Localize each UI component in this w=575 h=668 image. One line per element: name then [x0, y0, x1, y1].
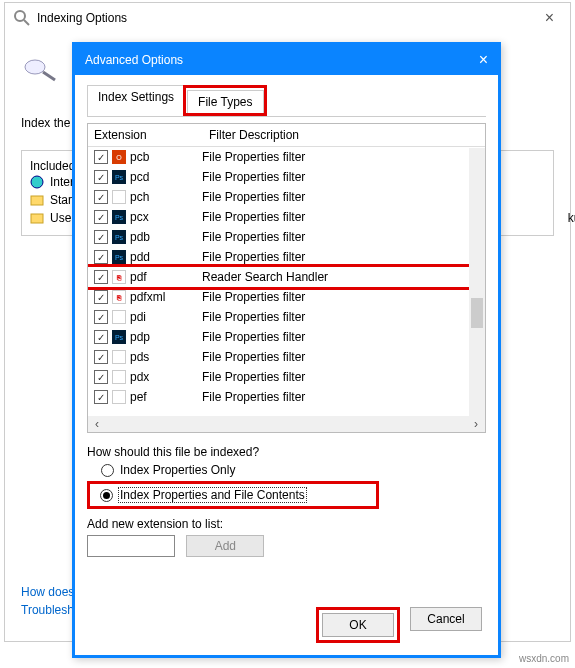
ext-label: pef: [130, 390, 202, 404]
svg-line-3: [43, 72, 55, 80]
adv-titlebar: Advanced Options ×: [75, 45, 498, 75]
included-legend: Included: [30, 159, 75, 173]
svg-rect-6: [31, 214, 43, 223]
table-row[interactable]: pdxFile Properties filter: [88, 367, 485, 387]
parent-title-text: Indexing Options: [37, 11, 127, 25]
radio-properties-and-contents[interactable]: Index Properties and File Contents: [100, 488, 306, 502]
ext-label: pdi: [130, 310, 202, 324]
scroll-left-icon[interactable]: ‹: [90, 417, 104, 431]
checkbox[interactable]: [94, 270, 108, 284]
col-extension[interactable]: Extension: [94, 128, 209, 142]
folder-icon: [30, 211, 44, 225]
checkbox[interactable]: [94, 190, 108, 204]
col-filter-desc[interactable]: Filter Description: [209, 128, 299, 142]
adv-title-text: Advanced Options: [85, 53, 183, 67]
magnifier-icon: [21, 53, 61, 83]
table-row[interactable]: pefFile Properties filter: [88, 387, 485, 407]
table-row[interactable]: pdsFile Properties filter: [88, 347, 485, 367]
checkbox[interactable]: [94, 150, 108, 164]
desc-label: File Properties filter: [202, 310, 479, 324]
desc-label: File Properties filter: [202, 210, 479, 224]
index-question: How should this file be indexed?: [87, 445, 486, 459]
parent-close-button[interactable]: ×: [537, 9, 562, 27]
ok-button[interactable]: OK: [322, 613, 394, 637]
checkbox[interactable]: [94, 330, 108, 344]
file-type-icon: Ps: [112, 170, 126, 184]
svg-rect-5: [31, 196, 43, 205]
highlight-radio-contents: Index Properties and File Contents: [87, 481, 379, 509]
how-does-link[interactable]: How does: [21, 585, 74, 599]
add-ext-input[interactable]: [87, 535, 175, 557]
table-row[interactable]: ⎘pdfxmlFile Properties filter: [88, 287, 485, 307]
ext-label: pdx: [130, 370, 202, 384]
table-row[interactable]: pdiFile Properties filter: [88, 307, 485, 327]
scroll-right-icon[interactable]: ›: [469, 417, 483, 431]
adv-close-button[interactable]: ×: [479, 51, 488, 69]
cancel-button[interactable]: Cancel: [410, 607, 482, 631]
horizontal-scrollbar[interactable]: ‹ ›: [88, 416, 485, 432]
add-button[interactable]: Add: [186, 535, 264, 557]
checkbox[interactable]: [94, 170, 108, 184]
advanced-options-dialog: Advanced Options × Index Settings File T…: [72, 42, 501, 658]
file-type-icon: Ps: [112, 230, 126, 244]
desc-label: Reader Search Handler: [202, 270, 479, 284]
scroll-thumb[interactable]: [471, 298, 483, 328]
tab-index-settings[interactable]: Index Settings: [87, 85, 185, 116]
ext-label: pdd: [130, 250, 202, 264]
ext-label: pch: [130, 190, 202, 204]
table-row[interactable]: PspdpFile Properties filter: [88, 327, 485, 347]
highlight-file-types-tab: File Types: [183, 85, 266, 116]
kups-column-label: kups: [568, 211, 575, 225]
file-type-icon: [112, 390, 126, 404]
radio-label: Index Properties Only: [120, 463, 235, 477]
ext-label: pdf: [130, 270, 202, 284]
list-rows[interactable]: OpcbFile Properties filterPspcdFile Prop…: [88, 147, 485, 415]
file-type-icon: [112, 350, 126, 364]
table-row[interactable]: ⎘pdfReader Search Handler: [88, 267, 485, 287]
desc-label: File Properties filter: [202, 250, 479, 264]
troubleshoot-link[interactable]: Troublesh: [21, 603, 74, 617]
checkbox[interactable]: [94, 290, 108, 304]
checkbox[interactable]: [94, 370, 108, 384]
ext-label: pcx: [130, 210, 202, 224]
radio-icon: [100, 489, 113, 502]
file-type-icon: O: [112, 150, 126, 164]
indexing-icon: [13, 9, 31, 27]
checkbox[interactable]: [94, 310, 108, 324]
table-row[interactable]: OpcbFile Properties filter: [88, 147, 485, 167]
tabs: Index Settings File Types: [87, 85, 486, 117]
file-type-icon: [112, 190, 126, 204]
parent-titlebar: Indexing Options ×: [5, 3, 570, 33]
table-row[interactable]: PspcdFile Properties filter: [88, 167, 485, 187]
table-row[interactable]: PspddFile Properties filter: [88, 247, 485, 267]
checkbox[interactable]: [94, 210, 108, 224]
desc-label: File Properties filter: [202, 350, 479, 364]
desc-label: File Properties filter: [202, 230, 479, 244]
ext-label: pdp: [130, 330, 202, 344]
svg-point-0: [15, 11, 25, 21]
ext-label: pcd: [130, 170, 202, 184]
radio-properties-only[interactable]: Index Properties Only: [101, 463, 486, 477]
file-type-icon: ⎘: [112, 290, 126, 304]
table-row[interactable]: PspcxFile Properties filter: [88, 207, 485, 227]
checkbox[interactable]: [94, 250, 108, 264]
tab-file-types[interactable]: File Types: [187, 90, 263, 113]
extension-list: Extension Filter Description OpcbFile Pr…: [87, 123, 486, 433]
checkbox[interactable]: [94, 390, 108, 404]
vertical-scrollbar[interactable]: [469, 148, 485, 416]
table-row[interactable]: pchFile Properties filter: [88, 187, 485, 207]
table-row[interactable]: PspdbFile Properties filter: [88, 227, 485, 247]
ext-label: pdb: [130, 230, 202, 244]
checkbox[interactable]: [94, 230, 108, 244]
folder-icon: [30, 193, 44, 207]
desc-label: File Properties filter: [202, 170, 479, 184]
desc-label: File Properties filter: [202, 190, 479, 204]
desc-label: File Properties filter: [202, 290, 479, 304]
ext-label: pds: [130, 350, 202, 364]
desc-label: File Properties filter: [202, 150, 479, 164]
svg-point-4: [31, 176, 43, 188]
desc-label: File Properties filter: [202, 390, 479, 404]
checkbox[interactable]: [94, 350, 108, 364]
radio-icon: [101, 464, 114, 477]
file-type-icon: [112, 370, 126, 384]
